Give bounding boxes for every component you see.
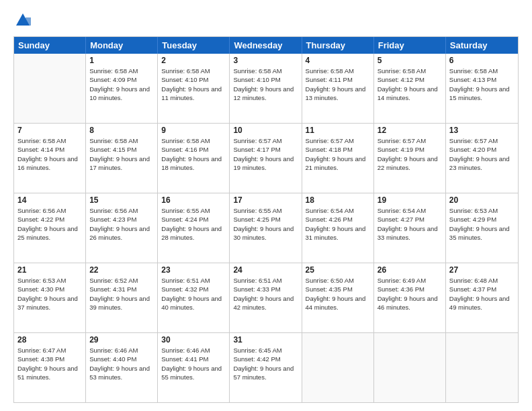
calendar-cell: 15Sunrise: 6:56 AMSunset: 4:23 PMDayligh… <box>86 193 158 263</box>
calendar-cell: 7Sunrise: 6:58 AMSunset: 4:14 PMDaylight… <box>14 124 86 193</box>
logo <box>13 11 35 30</box>
calendar: SundayMondayTuesdayWednesdayThursdayFrid… <box>13 36 519 403</box>
day-number: 21 <box>17 265 82 275</box>
calendar-cell <box>302 333 374 402</box>
day-info: Sunrise: 6:51 AMSunset: 4:32 PMDaylight:… <box>161 276 226 312</box>
calendar-cell: 14Sunrise: 6:56 AMSunset: 4:22 PMDayligh… <box>14 193 86 263</box>
day-number: 30 <box>161 335 226 345</box>
day-number: 9 <box>161 126 226 135</box>
header-day-saturday: Saturday <box>446 37 518 54</box>
calendar-cell: 3Sunrise: 6:58 AMSunset: 4:10 PMDaylight… <box>230 54 302 123</box>
calendar-cell: 30Sunrise: 6:46 AMSunset: 4:41 PMDayligh… <box>158 333 230 402</box>
day-number: 19 <box>378 195 442 205</box>
day-number: 23 <box>161 265 226 275</box>
day-number: 18 <box>306 195 370 205</box>
day-info: Sunrise: 6:58 AMSunset: 4:16 PMDaylight:… <box>161 136 226 172</box>
calendar-row-4: 28Sunrise: 6:47 AMSunset: 4:38 PMDayligh… <box>14 332 518 402</box>
calendar-cell: 22Sunrise: 6:52 AMSunset: 4:31 PMDayligh… <box>86 263 158 332</box>
day-number: 28 <box>17 335 82 345</box>
calendar-cell: 21Sunrise: 6:53 AMSunset: 4:30 PMDayligh… <box>14 263 86 332</box>
calendar-cell: 8Sunrise: 6:58 AMSunset: 4:15 PMDaylight… <box>86 124 158 193</box>
logo-icon <box>13 11 32 30</box>
day-info: Sunrise: 6:48 AMSunset: 4:37 PMDaylight:… <box>449 276 515 312</box>
calendar-cell: 29Sunrise: 6:46 AMSunset: 4:40 PMDayligh… <box>86 333 158 402</box>
calendar-cell: 18Sunrise: 6:54 AMSunset: 4:26 PMDayligh… <box>302 193 374 263</box>
header-day-thursday: Thursday <box>302 37 374 54</box>
day-number: 10 <box>233 126 298 135</box>
calendar-cell: 13Sunrise: 6:57 AMSunset: 4:20 PMDayligh… <box>446 124 518 193</box>
day-info: Sunrise: 6:58 AMSunset: 4:15 PMDaylight:… <box>89 136 154 172</box>
day-number: 22 <box>89 265 154 275</box>
svg-marker-1 <box>26 17 31 26</box>
day-number: 27 <box>449 265 515 275</box>
day-number: 15 <box>89 195 154 205</box>
day-info: Sunrise: 6:53 AMSunset: 4:29 PMDaylight:… <box>449 206 515 242</box>
day-info: Sunrise: 6:54 AMSunset: 4:27 PMDaylight:… <box>378 206 442 242</box>
day-info: Sunrise: 6:51 AMSunset: 4:33 PMDaylight:… <box>233 276 298 312</box>
day-info: Sunrise: 6:47 AMSunset: 4:38 PMDaylight:… <box>17 346 82 381</box>
day-number: 6 <box>449 56 515 65</box>
page: SundayMondayTuesdayWednesdayThursdayFrid… <box>0 0 532 411</box>
day-number: 20 <box>449 195 515 205</box>
day-number: 2 <box>161 56 226 65</box>
day-info: Sunrise: 6:58 AMSunset: 4:12 PMDaylight:… <box>378 66 442 102</box>
calendar-header: SundayMondayTuesdayWednesdayThursdayFrid… <box>14 37 518 54</box>
calendar-cell: 12Sunrise: 6:57 AMSunset: 4:19 PMDayligh… <box>374 124 446 193</box>
calendar-row-0: 1Sunrise: 6:58 AMSunset: 4:09 PMDaylight… <box>14 54 518 123</box>
calendar-cell: 25Sunrise: 6:50 AMSunset: 4:35 PMDayligh… <box>302 263 374 332</box>
day-number: 13 <box>449 126 515 135</box>
header <box>13 11 519 30</box>
calendar-cell <box>14 54 86 123</box>
day-info: Sunrise: 6:49 AMSunset: 4:36 PMDaylight:… <box>378 276 442 312</box>
day-number: 4 <box>306 56 370 65</box>
day-info: Sunrise: 6:57 AMSunset: 4:20 PMDaylight:… <box>449 136 515 172</box>
calendar-row-1: 7Sunrise: 6:58 AMSunset: 4:14 PMDaylight… <box>14 123 518 193</box>
day-number: 8 <box>89 126 154 135</box>
day-info: Sunrise: 6:46 AMSunset: 4:40 PMDaylight:… <box>89 346 154 381</box>
calendar-cell: 24Sunrise: 6:51 AMSunset: 4:33 PMDayligh… <box>230 263 302 332</box>
calendar-cell: 4Sunrise: 6:58 AMSunset: 4:11 PMDaylight… <box>302 54 374 123</box>
calendar-cell <box>446 333 518 402</box>
day-info: Sunrise: 6:57 AMSunset: 4:18 PMDaylight:… <box>306 136 370 172</box>
day-info: Sunrise: 6:46 AMSunset: 4:41 PMDaylight:… <box>161 346 226 381</box>
calendar-cell: 31Sunrise: 6:45 AMSunset: 4:42 PMDayligh… <box>230 333 302 402</box>
day-number: 11 <box>306 126 370 135</box>
calendar-cell: 27Sunrise: 6:48 AMSunset: 4:37 PMDayligh… <box>446 263 518 332</box>
day-info: Sunrise: 6:56 AMSunset: 4:23 PMDaylight:… <box>89 206 154 242</box>
calendar-cell: 23Sunrise: 6:51 AMSunset: 4:32 PMDayligh… <box>158 263 230 332</box>
day-info: Sunrise: 6:56 AMSunset: 4:22 PMDaylight:… <box>17 206 82 242</box>
day-info: Sunrise: 6:45 AMSunset: 4:42 PMDaylight:… <box>233 346 298 381</box>
calendar-cell: 5Sunrise: 6:58 AMSunset: 4:12 PMDaylight… <box>374 54 446 123</box>
day-number: 3 <box>233 56 298 65</box>
calendar-cell <box>374 333 446 402</box>
day-number: 12 <box>378 126 442 135</box>
day-info: Sunrise: 6:58 AMSunset: 4:11 PMDaylight:… <box>306 66 370 102</box>
day-info: Sunrise: 6:50 AMSunset: 4:35 PMDaylight:… <box>306 276 370 312</box>
day-info: Sunrise: 6:54 AMSunset: 4:26 PMDaylight:… <box>306 206 370 242</box>
header-day-sunday: Sunday <box>14 37 86 54</box>
calendar-cell: 2Sunrise: 6:58 AMSunset: 4:10 PMDaylight… <box>158 54 230 123</box>
day-info: Sunrise: 6:55 AMSunset: 4:25 PMDaylight:… <box>233 206 298 242</box>
day-info: Sunrise: 6:55 AMSunset: 4:24 PMDaylight:… <box>161 206 226 242</box>
day-info: Sunrise: 6:58 AMSunset: 4:09 PMDaylight:… <box>89 66 154 102</box>
calendar-cell: 10Sunrise: 6:57 AMSunset: 4:17 PMDayligh… <box>230 124 302 193</box>
day-info: Sunrise: 6:58 AMSunset: 4:14 PMDaylight:… <box>17 136 82 172</box>
day-info: Sunrise: 6:58 AMSunset: 4:13 PMDaylight:… <box>449 66 515 102</box>
day-info: Sunrise: 6:52 AMSunset: 4:31 PMDaylight:… <box>89 276 154 312</box>
day-number: 14 <box>17 195 82 205</box>
calendar-cell: 11Sunrise: 6:57 AMSunset: 4:18 PMDayligh… <box>302 124 374 193</box>
day-number: 1 <box>89 56 154 65</box>
day-info: Sunrise: 6:53 AMSunset: 4:30 PMDaylight:… <box>17 276 82 312</box>
header-day-friday: Friday <box>374 37 446 54</box>
calendar-cell: 16Sunrise: 6:55 AMSunset: 4:24 PMDayligh… <box>158 193 230 263</box>
day-number: 31 <box>233 335 298 345</box>
header-day-wednesday: Wednesday <box>230 37 302 54</box>
calendar-cell: 19Sunrise: 6:54 AMSunset: 4:27 PMDayligh… <box>374 193 446 263</box>
header-day-monday: Monday <box>86 37 158 54</box>
calendar-cell: 1Sunrise: 6:58 AMSunset: 4:09 PMDaylight… <box>86 54 158 123</box>
calendar-cell: 26Sunrise: 6:49 AMSunset: 4:36 PMDayligh… <box>374 263 446 332</box>
day-number: 16 <box>161 195 226 205</box>
day-info: Sunrise: 6:57 AMSunset: 4:17 PMDaylight:… <box>233 136 298 172</box>
calendar-cell: 6Sunrise: 6:58 AMSunset: 4:13 PMDaylight… <box>446 54 518 123</box>
day-number: 7 <box>17 126 82 135</box>
